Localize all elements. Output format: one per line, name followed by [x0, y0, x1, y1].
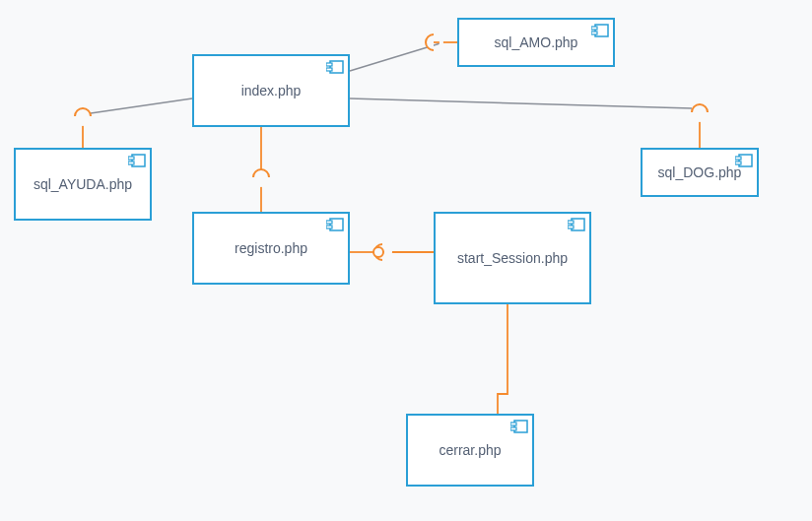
component-label: cerrar.php	[439, 442, 501, 458]
svg-rect-5	[591, 32, 597, 34]
uml-component-diagram: index.php sql_AMO.php sql_AYUDA.php sql_…	[0, 0, 812, 521]
component-icon	[128, 154, 146, 170]
component-icon	[568, 218, 585, 234]
svg-rect-11	[735, 162, 741, 164]
required-interface-startSession	[374, 244, 382, 260]
svg-rect-8	[128, 162, 134, 164]
component-label: index.php	[241, 83, 302, 98]
component-label: registro.php	[235, 240, 307, 256]
component-icon	[735, 154, 753, 170]
required-interface-sqlDog	[692, 104, 708, 112]
svg-rect-19	[510, 423, 516, 425]
component-label: start_Session.php	[457, 250, 568, 266]
edge-index-to-sqlDog	[350, 98, 692, 108]
required-interface-sqlAyuda	[75, 108, 91, 116]
svg-rect-16	[568, 221, 574, 224]
svg-rect-1	[326, 63, 332, 66]
provided-interface-startSession	[373, 247, 383, 257]
required-interface-registro	[253, 169, 269, 177]
edge-index-to-sqlAyuda	[91, 98, 192, 113]
component-cerrar[interactable]: cerrar.php	[406, 414, 534, 487]
required-interface-sqlAmo	[426, 34, 434, 50]
component-index[interactable]: index.php	[192, 54, 350, 127]
svg-rect-2	[326, 68, 332, 71]
component-sql-ayuda[interactable]: sql_AYUDA.php	[14, 148, 152, 221]
component-label: sql_DOG.php	[658, 164, 742, 180]
svg-rect-14	[326, 226, 332, 228]
svg-rect-7	[128, 157, 134, 160]
component-icon	[326, 218, 344, 234]
svg-rect-10	[735, 157, 741, 160]
component-label: sql_AYUDA.php	[34, 176, 132, 192]
svg-rect-17	[568, 226, 574, 228]
component-start-session[interactable]: start_Session.php	[434, 212, 591, 304]
component-label: sql_AMO.php	[495, 34, 578, 50]
edge-index-to-sqlAmo	[350, 42, 443, 71]
component-sql-amo[interactable]: sql_AMO.php	[457, 18, 615, 67]
component-icon	[326, 60, 344, 77]
component-sql-dog[interactable]: sql_DOG.php	[641, 148, 759, 197]
svg-rect-13	[326, 221, 332, 224]
svg-rect-20	[510, 427, 516, 430]
svg-rect-4	[591, 27, 597, 30]
component-registro[interactable]: registro.php	[192, 212, 350, 285]
edge-startSession-to-cerrar	[498, 304, 508, 414]
component-icon	[591, 24, 609, 40]
component-icon	[510, 420, 528, 436]
